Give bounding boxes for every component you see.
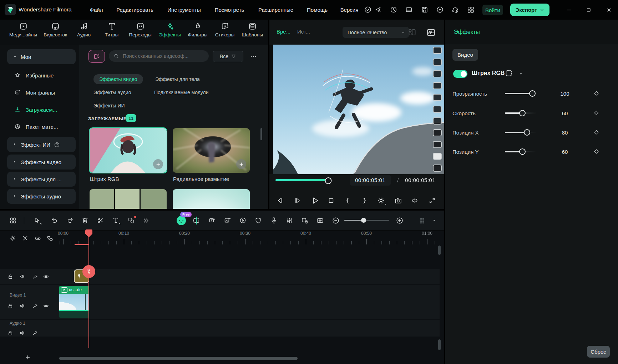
tab-stickers[interactable]: Стикеры bbox=[210, 22, 240, 43]
tab-media[interactable]: Меди...айлы bbox=[8, 22, 38, 43]
preview-seek-slider[interactable] bbox=[275, 179, 331, 182]
keyframe-diamond-icon[interactable] bbox=[593, 90, 600, 97]
keyframe-diamond-icon[interactable] bbox=[593, 129, 600, 136]
sidebar-group-audio-effects[interactable]: Эффекты аудио bbox=[7, 189, 76, 204]
export-button[interactable]: Экспорт bbox=[510, 4, 549, 16]
snapshot-camera-button[interactable] bbox=[393, 195, 404, 206]
lock-icon[interactable] bbox=[7, 330, 14, 336]
dual-screen-icon[interactable] bbox=[405, 6, 414, 14]
image-edit-button[interactable] bbox=[222, 215, 233, 226]
tab-stock[interactable]: Видеосток bbox=[40, 22, 70, 43]
preview-settings-button[interactable] bbox=[376, 195, 386, 206]
visibility-eye-icon[interactable] bbox=[43, 303, 49, 309]
playhead-line[interactable] bbox=[88, 230, 89, 348]
sidebar-group-ai-effect[interactable]: Эффект ИИ bbox=[7, 137, 76, 152]
lock-icon[interactable] bbox=[7, 303, 14, 309]
param-slider-opacity[interactable] bbox=[505, 93, 536, 94]
menu-version[interactable]: Версия bbox=[340, 0, 359, 20]
slider-thumb[interactable] bbox=[524, 129, 530, 136]
magic-wand-icon[interactable] bbox=[32, 303, 38, 309]
effect-thumbnail[interactable] bbox=[173, 189, 250, 209]
lock-icon[interactable] bbox=[7, 274, 14, 280]
split-at-playhead-button[interactable]: ✂ bbox=[82, 265, 95, 278]
fullscreen-button[interactable] bbox=[427, 195, 437, 206]
category-plugins[interactable]: Подключаемые модули bbox=[154, 90, 209, 95]
speed-ramp-button[interactable] bbox=[237, 215, 248, 226]
mark-in-button[interactable] bbox=[343, 195, 353, 206]
support-headset-icon[interactable] bbox=[451, 6, 460, 14]
asset-grid-icon[interactable] bbox=[7, 215, 18, 226]
effect-thumbnail-radial-blur[interactable] bbox=[173, 128, 250, 173]
zoom-out-button[interactable] bbox=[330, 215, 341, 226]
param-slider-speed[interactable] bbox=[505, 112, 536, 114]
preview-tab-history[interactable]: Ист... bbox=[297, 29, 310, 35]
save-icon[interactable] bbox=[421, 6, 429, 14]
timeline-horizontal-scrollbar[interactable] bbox=[59, 357, 298, 360]
tab-templates[interactable]: Шаблоны bbox=[237, 22, 267, 43]
zoom-slider-thumb[interactable] bbox=[361, 218, 366, 223]
previous-frame-button[interactable] bbox=[275, 195, 285, 206]
effect-thumbnail[interactable] bbox=[90, 189, 167, 209]
effect-options-caret[interactable] bbox=[519, 72, 523, 76]
add-effect-button[interactable] bbox=[236, 159, 246, 169]
check-circle-icon[interactable] bbox=[364, 6, 373, 14]
undo-button[interactable] bbox=[49, 215, 60, 226]
tab-effects[interactable]: Эффекты bbox=[155, 22, 185, 43]
render-preview-button[interactable] bbox=[299, 215, 310, 226]
apps-grid-icon[interactable] bbox=[467, 6, 475, 14]
audio-mixer-button[interactable] bbox=[284, 215, 295, 226]
timeline-vertical-scrollbar[interactable] bbox=[438, 246, 441, 255]
list-scrollbar[interactable] bbox=[260, 128, 262, 140]
login-button[interactable]: Войти bbox=[482, 5, 503, 15]
timeline-ruler[interactable]: 00:00 00:10 00:20 00:30 00:40 00:50 01:0… bbox=[0, 230, 444, 246]
slider-thumb[interactable] bbox=[529, 90, 536, 97]
multi-view-icon[interactable] bbox=[408, 28, 416, 37]
record-voiceover-button[interactable] bbox=[268, 215, 279, 226]
mark-out-button[interactable] bbox=[359, 195, 370, 206]
keyframe-diamond-icon[interactable] bbox=[593, 110, 600, 117]
track-layout-button[interactable] bbox=[417, 215, 427, 226]
menu-view[interactable]: Посмотреть bbox=[215, 0, 244, 20]
select-cursor-button[interactable] bbox=[31, 215, 42, 226]
param-slider-position-x[interactable] bbox=[505, 132, 536, 133]
cloud-sync-icon[interactable] bbox=[436, 6, 445, 14]
category-audio-effects[interactable]: Эффекты аудио bbox=[93, 90, 131, 95]
redo-button[interactable] bbox=[65, 215, 75, 226]
keyframe-diamond-icon[interactable] bbox=[593, 148, 600, 155]
slider-thumb[interactable] bbox=[519, 110, 526, 116]
minimize-button[interactable] bbox=[564, 6, 574, 14]
auto-ripple-link-icon[interactable] bbox=[35, 235, 41, 241]
audio-track-lane[interactable] bbox=[0, 320, 440, 337]
sidebar-item-downloaded[interactable]: Загружаем... bbox=[11, 103, 76, 116]
zoom-in-button[interactable] bbox=[394, 215, 405, 226]
tab-transitions[interactable]: Переходы bbox=[125, 22, 155, 43]
add-track-plus-button[interactable] bbox=[22, 353, 33, 362]
timeline-vertical-scrollbar-lower[interactable] bbox=[438, 339, 441, 350]
mute-speaker-icon[interactable] bbox=[20, 303, 26, 309]
unlink-icon[interactable] bbox=[22, 235, 28, 241]
stop-button[interactable] bbox=[326, 195, 336, 206]
mask-shield-button[interactable] bbox=[253, 215, 263, 226]
filter-all-button[interactable]: Все bbox=[213, 51, 243, 62]
ai-copilot-button[interactable]: Free bbox=[176, 215, 187, 226]
menu-file[interactable]: Файл bbox=[90, 0, 103, 20]
preview-tab-timeline[interactable]: Вре... bbox=[277, 29, 290, 35]
text-to-speech-button[interactable] bbox=[207, 215, 217, 226]
tab-audio[interactable]: Аудио bbox=[69, 22, 99, 43]
sidebar-item-my-files[interactable]: Мои файлы bbox=[11, 86, 76, 99]
video-scope-icon[interactable] bbox=[426, 28, 436, 37]
add-effect-button[interactable] bbox=[153, 159, 163, 169]
track-manager-icon[interactable] bbox=[47, 235, 53, 241]
help-circle-icon[interactable] bbox=[54, 142, 60, 148]
sidebar-group-video-effects[interactable]: Эффекты видео bbox=[7, 155, 76, 170]
video-clip[interactable]: us...de bbox=[59, 286, 89, 318]
menu-advanced[interactable]: Расширенные bbox=[258, 0, 293, 20]
seek-thumb[interactable] bbox=[325, 177, 332, 184]
effect-pack-icon[interactable] bbox=[88, 50, 105, 63]
inspector-tab-video[interactable]: Видео bbox=[452, 49, 478, 61]
reset-button[interactable]: Сброс bbox=[587, 346, 610, 358]
more-tools-chevrons[interactable] bbox=[141, 215, 151, 226]
close-button[interactable] bbox=[604, 6, 614, 14]
visibility-eye-icon[interactable] bbox=[43, 274, 49, 280]
quick-tools-icon[interactable] bbox=[374, 6, 383, 14]
